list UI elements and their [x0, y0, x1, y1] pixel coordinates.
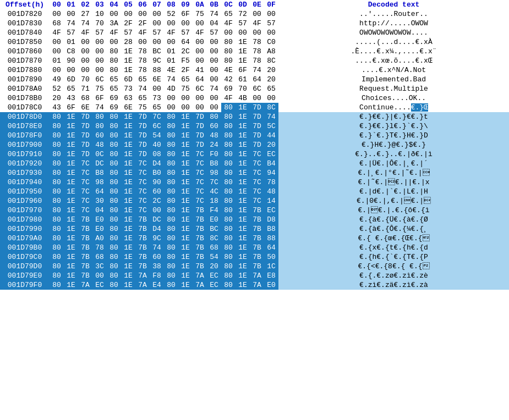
hex-cell[interactable]: 00 — [150, 19, 164, 28]
hex-cell[interactable]: B4 — [264, 159, 278, 168]
hex-cell[interactable]: 6F — [64, 103, 78, 112]
hex-cell[interactable]: 7D — [250, 140, 264, 150]
hex-cell[interactable]: 57 — [64, 28, 78, 37]
hex-cell[interactable]: 7C — [193, 178, 207, 187]
hex-cell[interactable]: 7C — [135, 178, 150, 187]
hex-cell[interactable]: 80 — [221, 262, 236, 271]
hex-cell[interactable]: 1E — [178, 206, 193, 215]
hex-cell[interactable]: B8 — [92, 168, 107, 178]
hex-cell[interactable]: 68 — [78, 93, 92, 103]
hex-cell[interactable]: 78 — [264, 178, 278, 187]
hex-cell[interactable]: 1E — [236, 262, 250, 271]
hex-cell[interactable]: 80 — [164, 168, 178, 178]
hex-cell[interactable]: 1E — [236, 168, 250, 178]
hex-cell[interactable]: 7B — [193, 206, 207, 215]
hex-cell[interactable]: 6E — [121, 103, 135, 112]
hex-cell[interactable]: 1E — [121, 187, 135, 196]
hex-cell[interactable]: 7A — [78, 280, 92, 290]
hex-cell[interactable]: 7C — [78, 159, 92, 168]
hex-cell[interactable]: 80 — [164, 262, 178, 271]
hex-cell[interactable]: 80 — [221, 112, 236, 121]
hex-cell[interactable]: 1E — [236, 206, 250, 215]
hex-cell[interactable]: 00 — [92, 47, 107, 56]
hex-cell[interactable]: 80 — [164, 150, 178, 159]
hex-cell[interactable]: 1E — [236, 121, 250, 131]
hex-cell[interactable]: 9C — [150, 234, 164, 243]
hex-cell[interactable]: C0 — [264, 37, 278, 47]
hex-cell[interactable]: 80 — [221, 178, 236, 187]
hex-cell[interactable]: 7B — [78, 252, 92, 262]
hex-cell[interactable]: 00 — [164, 37, 178, 47]
hex-cell[interactable]: 1E — [178, 140, 193, 150]
hex-cell[interactable]: 28 — [121, 37, 135, 47]
hex-cell[interactable]: 4F — [193, 28, 207, 37]
hex-cell[interactable]: 1E — [178, 121, 193, 131]
hex-cell[interactable]: 24 — [207, 140, 221, 150]
hex-cell[interactable]: 80 — [221, 224, 236, 234]
hex-cell[interactable]: 80 — [164, 112, 178, 121]
hex-cell[interactable]: 14 — [264, 196, 278, 206]
hex-cell[interactable]: 65 — [135, 75, 150, 84]
hex-cell[interactable]: 80 — [221, 243, 236, 252]
hex-cell[interactable]: 7B — [78, 262, 92, 271]
hex-cell[interactable]: 7D — [250, 103, 264, 112]
hex-cell[interactable]: 88 — [264, 234, 278, 243]
hex-cell[interactable]: D8 — [264, 215, 278, 224]
hex-cell[interactable]: 7B — [193, 224, 207, 234]
hex-cell[interactable]: 6C — [250, 84, 264, 93]
hex-cell[interactable]: 1E — [121, 65, 135, 75]
hex-cell[interactable]: 00 — [107, 9, 121, 19]
hex-cell[interactable]: 60 — [150, 187, 164, 196]
hex-cell[interactable]: 61 — [236, 75, 250, 84]
hex-cell[interactable]: 80 — [221, 56, 236, 65]
hex-cell[interactable]: 04 — [92, 206, 107, 215]
hex-cell[interactable]: BC — [150, 47, 164, 56]
hex-cell[interactable]: 00 — [264, 93, 278, 103]
hex-cell[interactable]: 1E — [121, 215, 135, 224]
hex-cell[interactable]: 64 — [92, 187, 107, 196]
hex-cell[interactable]: 43 — [64, 93, 78, 103]
hex-cell[interactable]: 80 — [164, 131, 178, 140]
hex-cell[interactable]: 08 — [150, 150, 164, 159]
hex-cell[interactable]: 57 — [264, 19, 278, 28]
hex-cell[interactable]: 7C — [193, 168, 207, 178]
hex-cell[interactable]: 80 — [107, 47, 121, 56]
hex-cell[interactable]: 00 — [207, 75, 221, 84]
hex-cell[interactable]: 7D — [78, 150, 92, 159]
hex-cell[interactable]: 1E — [121, 262, 135, 271]
hex-cell[interactable]: 7C — [78, 178, 92, 187]
hex-cell[interactable]: 00 — [92, 37, 107, 47]
hex-cell[interactable]: 7D — [78, 112, 92, 121]
hex-cell[interactable]: 80 — [164, 206, 178, 215]
hex-cell[interactable]: 0C — [92, 150, 107, 159]
hex-cell[interactable]: A0 — [92, 234, 107, 243]
hex-cell[interactable]: 71 — [78, 84, 92, 93]
hex-cell[interactable]: 65 — [221, 9, 236, 19]
hex-cell[interactable]: 00 — [164, 93, 178, 103]
hex-cell[interactable]: 80 — [221, 47, 236, 56]
hex-cell[interactable]: 6F — [178, 9, 193, 19]
hex-cell[interactable]: 1E — [64, 150, 78, 159]
hex-cell[interactable]: 1E — [236, 234, 250, 243]
hex-cell[interactable]: 78 — [135, 65, 150, 75]
hex-cell[interactable]: 7C — [250, 187, 264, 196]
hex-cell[interactable]: 7B — [250, 262, 264, 271]
hex-cell[interactable]: 65 — [64, 84, 78, 93]
hex-cell[interactable]: 1E — [121, 168, 135, 178]
hex-cell[interactable]: 1E — [236, 112, 250, 121]
hex-cell[interactable]: 78 — [250, 56, 264, 65]
hex-cell[interactable]: 1E — [64, 280, 78, 290]
hex-cell[interactable]: 60 — [92, 131, 107, 140]
hex-cell[interactable]: 7D — [250, 121, 264, 131]
hex-cell[interactable]: 52 — [164, 9, 178, 19]
hex-cell[interactable]: 74 — [150, 243, 164, 252]
hex-cell[interactable]: 80 — [221, 187, 236, 196]
hex-cell[interactable]: 4F — [221, 93, 236, 103]
hex-cell[interactable]: 70 — [92, 19, 107, 28]
hex-cell[interactable]: 80 — [221, 215, 236, 224]
hex-cell[interactable]: 7B — [250, 215, 264, 224]
hex-cell[interactable]: 80 — [221, 196, 236, 206]
hex-cell[interactable]: 80 — [164, 224, 178, 234]
hex-cell[interactable]: 80 — [50, 168, 64, 178]
hex-cell[interactable]: 2F — [178, 65, 193, 75]
